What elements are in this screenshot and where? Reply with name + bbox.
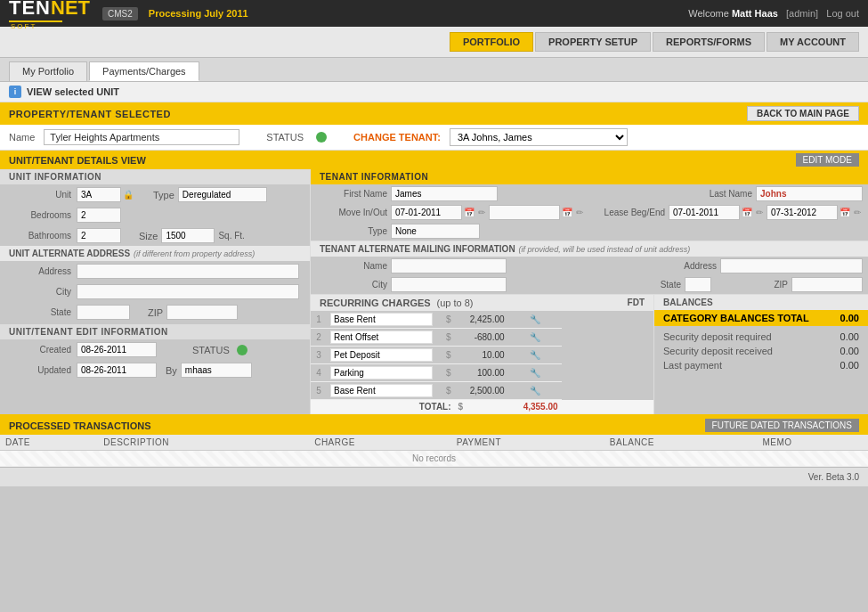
transactions-title: PROCESSED TRANSACTIONS (9, 420, 151, 431)
nav-my-account[interactable]: MY ACCOUNT (767, 32, 859, 52)
bathrooms-input[interactable] (77, 228, 121, 243)
unit-details-title: UNIT/TENANT DETAILS VIEW (9, 155, 146, 166)
created-input[interactable] (77, 342, 157, 357)
alt-mailing-note: (if provided, will be used instead of un… (519, 245, 691, 254)
charge-edit-icon[interactable]: 🔧 (508, 311, 562, 329)
calendar-icon-1[interactable]: 📅 (464, 208, 475, 217)
type-input[interactable] (178, 187, 267, 202)
charge-edit-icon[interactable]: 🔧 (508, 364, 562, 382)
charge-name-input[interactable] (330, 348, 433, 362)
charge-edit-icon[interactable]: 🔧 (508, 329, 562, 347)
col-date: DATE (0, 435, 98, 451)
alt-address-title: UNIT ALTERNATE ADDRESS (9, 249, 130, 258)
security-received-value: 0.00 (840, 346, 859, 356)
first-name-input[interactable] (391, 186, 498, 201)
nav-portfolio[interactable]: PORTFOLIO (450, 32, 533, 52)
tenant-select[interactable]: 3A Johns, James (450, 128, 628, 146)
category-total: CATEGORY BALANCES TOTAL 0.00 (654, 310, 868, 326)
pencil-icon-1[interactable]: ✏ (478, 208, 485, 217)
change-tenant-label: CHANGE TENANT: (353, 132, 441, 143)
transactions-table: DATE DESCRIPTION CHARGE PAYMENT BALANCE … (0, 435, 868, 467)
calendar-icon-3[interactable]: 📅 (742, 208, 752, 217)
alt-address-header: UNIT ALTERNATE ADDRESS (if different fro… (0, 246, 310, 261)
last-name-input[interactable] (756, 186, 863, 201)
unit-info-header: UNIT INFORMATION (0, 169, 310, 184)
alt-state-row: State ZIP (0, 302, 310, 322)
pencil-icon-4[interactable]: ✏ (854, 208, 861, 217)
tab-my-portfolio[interactable]: My Portfolio (9, 61, 87, 81)
lease-beg-input[interactable] (669, 205, 740, 220)
unit-input[interactable] (77, 187, 121, 202)
by-input[interactable] (181, 363, 252, 378)
created-label: Created (9, 345, 71, 355)
calendar-icon-4[interactable]: 📅 (840, 208, 850, 217)
info-bar: i VIEW selected UNIT (0, 82, 868, 102)
version-text: Ver. Beta 3.0 (808, 472, 859, 482)
pencil-icon-2[interactable]: ✏ (576, 208, 583, 217)
charge-dollar: $ (442, 347, 455, 364)
property-name-input[interactable] (44, 129, 239, 145)
status-label: STATUS (266, 132, 304, 143)
category-total-value: 0.00 (840, 313, 859, 323)
alt-mailing-city-input[interactable] (391, 277, 507, 292)
nav-reports-forms[interactable]: REPORTS/FORMS (653, 32, 765, 52)
charge-name (327, 347, 442, 364)
logout-link[interactable]: Log out (826, 8, 859, 19)
security-required-row: Security deposit required 0.00 (654, 330, 868, 344)
tab-payments-charges[interactable]: Payments/Charges (89, 61, 199, 81)
move-out-input[interactable] (489, 205, 560, 220)
charge-edit-icon[interactable]: 🔧 (508, 382, 562, 400)
category-total-label: CATEGORY BALANCES TOTAL (663, 313, 809, 323)
back-to-main-button[interactable]: BACK TO MAIN PAGE (747, 106, 859, 121)
charge-name-input[interactable] (330, 330, 433, 344)
col-charge: CHARGE (309, 435, 451, 451)
alt-city-input[interactable] (77, 284, 299, 299)
tabs: My Portfolio Payments/Charges (0, 58, 868, 82)
move-label: Move In/Out (316, 208, 387, 217)
right-panel: TENANT INFORMATION First Name Last Name … (311, 169, 868, 414)
tenant-type-label: Type (316, 226, 387, 236)
edit-mode-button[interactable]: EDIT MODE (796, 153, 859, 167)
pencil-icon-3[interactable]: ✏ (756, 208, 763, 217)
size-input[interactable] (161, 228, 215, 243)
logo-ten: TEN (9, 0, 51, 20)
lease-label: Lease Beg/End (594, 208, 665, 217)
alt-address-input[interactable] (77, 264, 299, 279)
charge-name-input[interactable] (330, 384, 433, 397)
move-in-input[interactable] (391, 205, 462, 220)
alt-mailing-city-row: City State ZIP (311, 275, 868, 294)
alt-mailing-zip-label: ZIP (717, 280, 788, 290)
alt-mailing-title: TENANT ALTERNATE MAILING INFORMATION (320, 244, 515, 254)
admin-link[interactable]: [admin] (786, 8, 818, 19)
col-payment: PAYMENT (451, 435, 604, 451)
tenant-type-input[interactable] (391, 224, 480, 239)
bedrooms-input[interactable] (77, 208, 121, 223)
lock-icon: 🔒 (123, 190, 134, 200)
future-transactions-button[interactable]: FUTURE DATED TRANSACTIONS (705, 419, 859, 432)
charge-name-input[interactable] (330, 366, 433, 379)
updated-input[interactable] (77, 363, 157, 378)
info-icon: i (9, 86, 21, 98)
charge-edit-icon[interactable]: 🔧 (508, 347, 562, 364)
alt-mailing-name-input[interactable] (391, 258, 507, 273)
alt-mailing-city-label: City (316, 280, 387, 290)
alt-mailing-state-input[interactable] (685, 277, 711, 292)
alt-state-input[interactable] (77, 305, 130, 320)
charge-amount: -680.00 (455, 329, 508, 347)
footer: Ver. Beta 3.0 (0, 467, 868, 486)
charge-name (327, 364, 442, 382)
col-description: DESCRIPTION (98, 435, 309, 451)
charge-name-input[interactable] (330, 313, 433, 326)
col-balance: BALANCE (604, 435, 758, 451)
bathrooms-label: Bathrooms (9, 231, 71, 241)
bedrooms-label: Bedrooms (9, 210, 71, 220)
alt-zip-input[interactable] (166, 305, 238, 320)
charges-balances-area: RECURRING CHARGES (up to 8) FDT 1 $ 2,42… (311, 294, 868, 414)
charge-amount: 2,425.00 (455, 311, 508, 329)
alt-mailing-zip-input[interactable] (791, 277, 863, 292)
alt-mailing-address-input[interactable] (720, 258, 863, 273)
balances-area: BALANCES CATEGORY BALANCES TOTAL 0.00 Se… (654, 295, 868, 414)
lease-end-input[interactable] (767, 205, 838, 220)
nav-property-setup[interactable]: PROPERTY SETUP (535, 32, 651, 52)
calendar-icon-2[interactable]: 📅 (562, 208, 572, 217)
